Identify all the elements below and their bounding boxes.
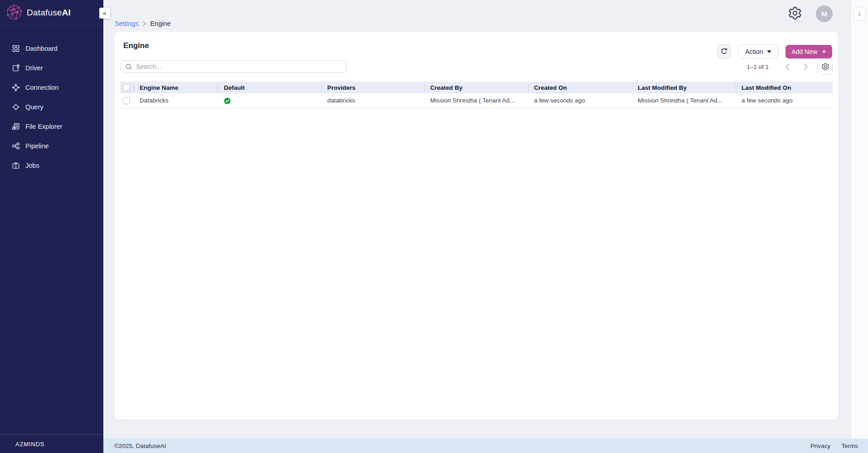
column-header: Created By xyxy=(424,82,528,93)
sidebar-item-label: Pipeline xyxy=(25,142,49,150)
sidebar-item-jobs[interactable]: Jobs xyxy=(0,156,103,175)
pagination: 1–1 of 1 xyxy=(747,59,833,74)
sidebar-item-file-explorer[interactable]: File Explorer xyxy=(0,117,103,136)
action-label: Action xyxy=(745,48,763,55)
plus-icon: + xyxy=(822,48,826,55)
cell-engine-name: Databricks xyxy=(134,93,218,108)
breadcrumb-current: Engine xyxy=(150,20,170,27)
info-button[interactable]: i xyxy=(853,7,866,20)
datafuse-logo-icon xyxy=(5,4,24,22)
column-header: Created On xyxy=(528,82,632,93)
sidebar-item-dashboard[interactable]: Dashboard xyxy=(0,39,103,58)
search-box xyxy=(121,60,346,73)
cell-providers: databricks xyxy=(321,93,424,108)
file-explorer-icon xyxy=(12,122,20,131)
cell-last-modified-by: Mission Shrestha ( Tenant Ad... xyxy=(632,93,736,108)
column-header: Default xyxy=(218,82,321,93)
add-new-label: Add New xyxy=(791,48,817,55)
sidebar-item-label: Dashboard xyxy=(25,45,58,52)
brand-logo[interactable]: DatafuseAI xyxy=(0,0,103,25)
column-header: Last Modified By xyxy=(632,82,736,93)
caret-down-icon xyxy=(767,50,771,53)
next-page-icon[interactable] xyxy=(800,61,811,73)
sidebar-collapse-button[interactable]: « xyxy=(99,8,110,19)
engine-panel: Engine Action Add New + 1–1 of 1 xyxy=(115,32,838,419)
pipeline-icon xyxy=(12,142,20,150)
column-header: Engine Name xyxy=(134,82,218,93)
column-header: Last Modified On xyxy=(736,82,833,93)
search-icon xyxy=(125,63,132,72)
query-icon xyxy=(12,103,20,111)
row-select-cell xyxy=(120,93,134,108)
footer: ©2025, DatafuseAI PrivacyTerms xyxy=(103,438,868,453)
select-all-checkbox[interactable] xyxy=(123,84,130,91)
default-cell xyxy=(218,93,321,108)
org-label: AZMINDS xyxy=(0,434,103,453)
copyright-text: ©2025, DatafuseAI xyxy=(114,443,166,449)
engine-table: Engine NameDefaultProvidersCreated ByCre… xyxy=(120,82,833,108)
default-check-icon xyxy=(224,97,231,104)
sidebar-nav: DashboardDriverConnectionQueryFile Explo… xyxy=(0,25,103,175)
page-title: Engine xyxy=(123,41,149,50)
column-header: Providers xyxy=(321,82,424,93)
jobs-icon xyxy=(12,161,20,170)
refresh-button[interactable] xyxy=(717,44,731,58)
previous-page-icon[interactable] xyxy=(781,61,793,73)
search-input[interactable] xyxy=(121,60,346,73)
sidebar-item-label: Driver xyxy=(25,64,43,72)
add-new-button[interactable]: Add New + xyxy=(786,45,832,58)
chevron-right-icon xyxy=(142,21,146,26)
footer-link-terms[interactable]: Terms xyxy=(841,443,858,449)
sidebar-item-label: File Explorer xyxy=(25,123,62,130)
driver-icon xyxy=(12,64,20,72)
cell-last-modified-on: a few seconds ago xyxy=(736,93,833,108)
row-checkbox[interactable] xyxy=(123,97,130,104)
sidebar-item-driver[interactable]: Driver xyxy=(0,58,103,78)
sidebar-item-query[interactable]: Query xyxy=(0,97,103,117)
footer-link-privacy[interactable]: Privacy xyxy=(810,443,830,449)
action-dropdown[interactable]: Action xyxy=(738,44,778,58)
user-avatar[interactable]: M xyxy=(816,5,833,22)
select-all-cell xyxy=(120,82,134,93)
brand-name: DatafuseAI xyxy=(27,8,71,18)
sidebar-item-connection[interactable]: Connection xyxy=(0,78,103,97)
pagination-range: 1–1 of 1 xyxy=(747,63,769,70)
sidebar-item-label: Connection xyxy=(25,84,58,91)
breadcrumb-settings-link[interactable]: Settings xyxy=(115,20,138,27)
sidebar: DatafuseAI DashboardDriverConnectionQuer… xyxy=(0,0,103,453)
cell-created-by: Mission Shrestha ( Tenant Ad... xyxy=(424,93,528,108)
sidebar-item-label: Jobs xyxy=(25,162,39,169)
table-header-row: Engine NameDefaultProvidersCreated ByCre… xyxy=(120,82,833,93)
toolbar-actions: Action Add New + xyxy=(717,44,832,58)
settings-gear-icon[interactable] xyxy=(788,6,802,20)
table-row[interactable]: DatabricksdatabricksMission Shrestha ( T… xyxy=(120,93,833,108)
grid-icon xyxy=(12,44,20,53)
sidebar-item-pipeline[interactable]: Pipeline xyxy=(0,136,103,156)
connection-icon xyxy=(12,83,20,92)
table-settings-gear-icon[interactable] xyxy=(818,59,833,74)
cell-created-on: a few seconds ago xyxy=(528,93,632,108)
breadcrumb: Settings Engine xyxy=(115,20,171,27)
sidebar-item-label: Query xyxy=(25,103,44,111)
right-side-panel: i xyxy=(851,0,868,438)
